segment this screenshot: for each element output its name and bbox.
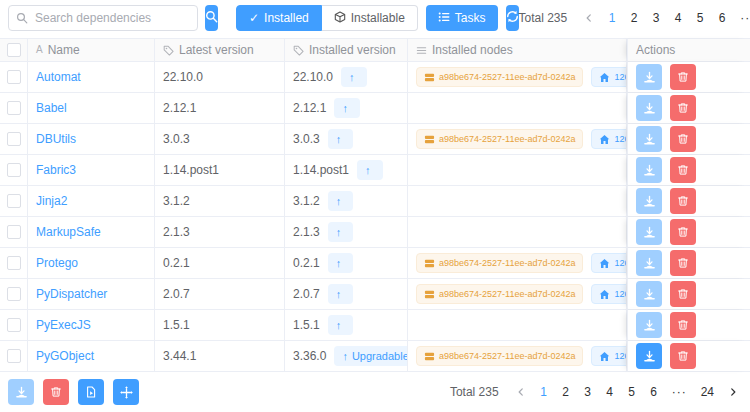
row-checkbox[interactable] — [7, 70, 21, 84]
row-checkbox[interactable] — [7, 256, 21, 270]
prev-page-button[interactable] — [578, 6, 600, 30]
install-button[interactable] — [636, 343, 662, 369]
page-button[interactable]: 4 — [668, 6, 688, 30]
installed-version-value: 1.14.post1 — [293, 163, 349, 177]
install-button[interactable] — [636, 281, 662, 307]
package-name-link[interactable]: PyDispatcher — [36, 287, 107, 301]
tasks-button[interactable]: Tasks — [426, 5, 498, 31]
install-button[interactable] — [636, 157, 662, 183]
package-name-link[interactable]: Jinja2 — [36, 194, 67, 208]
install-button[interactable] — [636, 95, 662, 121]
row-checkbox[interactable] — [7, 194, 21, 208]
row-checkbox[interactable] — [7, 349, 21, 363]
page-button[interactable]: 24 — [695, 380, 720, 404]
package-name-link[interactable]: PyGObject — [36, 349, 94, 363]
uninstall-button[interactable] — [670, 219, 696, 245]
install-button[interactable] — [636, 219, 662, 245]
installed-nodes-cell: a98be674-2527-11ee-ad7d-0242a126a3f9a-2b — [408, 62, 627, 92]
page-button[interactable]: 6 — [712, 6, 732, 30]
row-checkbox[interactable] — [7, 225, 21, 239]
upgradable-arrow-icon: ↑ — [365, 164, 371, 176]
uninstall-button[interactable] — [670, 250, 696, 276]
row-checkbox[interactable] — [7, 163, 21, 177]
page-button[interactable]: 3 — [578, 380, 598, 404]
page-button[interactable]: 4 — [600, 380, 620, 404]
prev-page-button[interactable] — [510, 380, 532, 404]
page-button[interactable]: 1 — [534, 380, 554, 404]
page-button[interactable]: 5 — [690, 6, 710, 30]
filter-installable-button[interactable]: Installable — [322, 5, 418, 31]
page-ellipsis[interactable]: ··· — [666, 380, 693, 404]
uninstall-button[interactable] — [670, 95, 696, 121]
table-row: Babel 2.12.1 2.12.1 ↑ — [0, 93, 750, 124]
row-checkbox[interactable] — [7, 132, 21, 146]
column-header-installed-nodes[interactable]: Installed nodes — [408, 39, 627, 61]
setup-move-button[interactable] — [113, 379, 139, 405]
column-header-installed-version[interactable]: Installed version — [285, 39, 408, 61]
package-name-link[interactable]: Fabric3 — [36, 163, 76, 177]
actions-cell — [627, 310, 750, 340]
install-button[interactable] — [636, 64, 662, 90]
latest-version-cell: 3.1.2 — [155, 186, 285, 216]
page-button[interactable]: 2 — [624, 6, 644, 30]
page-ellipsis[interactable]: ··· — [734, 6, 750, 30]
filter-installed-button[interactable]: ✓ Installed — [236, 5, 322, 31]
column-header-latest-version[interactable]: Latest version — [155, 39, 285, 61]
installed-version-value: 1.5.1 — [293, 318, 320, 332]
upgradable-arrow-icon: ↑ — [342, 350, 348, 362]
refresh-button[interactable] — [506, 5, 519, 31]
install-button[interactable] — [636, 250, 662, 276]
row-checkbox-cell — [0, 248, 28, 278]
name-cell: DBUtils — [28, 124, 155, 154]
package-name-link[interactable]: MarkupSafe — [36, 225, 101, 239]
page-button[interactable]: 2 — [556, 380, 576, 404]
uninstall-button[interactable] — [670, 343, 696, 369]
uninstall-button[interactable] — [670, 126, 696, 152]
name-cell: Automat — [28, 62, 155, 92]
uninstall-button[interactable] — [670, 281, 696, 307]
batch-install-button[interactable] — [8, 379, 34, 405]
package-name-link[interactable]: Automat — [36, 70, 81, 84]
installed-version-cell: 3.36.0 ↑Upgradable — [285, 341, 408, 371]
latest-version-cell: 0.2.1 — [155, 248, 285, 278]
select-all-checkbox[interactable] — [7, 43, 21, 57]
package-name-link[interactable]: DBUtils — [36, 132, 76, 146]
master-node-tag: a98be674-2527-11ee-ad7d-0242a — [416, 67, 583, 87]
row-checkbox[interactable] — [7, 101, 21, 115]
config-file-button[interactable] — [78, 379, 104, 405]
column-header-name[interactable]: A Name — [28, 39, 155, 61]
latest-version-value: 1.14.post1 — [163, 163, 219, 177]
next-page-button[interactable] — [722, 380, 744, 404]
node-tag-label: 126a3f9a-2b — [614, 134, 627, 144]
package-name-link[interactable]: Protego — [36, 256, 78, 270]
batch-delete-button[interactable] — [43, 379, 69, 405]
page-button[interactable]: 3 — [646, 6, 666, 30]
search-input[interactable] — [8, 5, 198, 31]
toolbar: ✓ Installed Installable Tasks Total 2351… — [8, 5, 745, 31]
actions-cell — [627, 217, 750, 247]
row-checkbox-cell — [0, 62, 28, 92]
package-name-link[interactable]: PyExecJS — [36, 318, 91, 332]
install-button[interactable] — [636, 312, 662, 338]
installed-version-value: 2.0.7 — [293, 287, 320, 301]
installed-nodes-cell — [408, 186, 627, 216]
column-label: Installed nodes — [432, 43, 513, 57]
uninstall-button[interactable] — [670, 64, 696, 90]
install-button[interactable] — [636, 126, 662, 152]
uninstall-button[interactable] — [670, 312, 696, 338]
uninstall-button[interactable] — [670, 157, 696, 183]
page-button[interactable]: 1 — [602, 6, 622, 30]
package-name-link[interactable]: Babel — [36, 101, 67, 115]
row-checkbox[interactable] — [7, 287, 21, 301]
home-icon — [599, 289, 610, 300]
search-button[interactable] — [205, 5, 218, 31]
uninstall-button[interactable] — [670, 188, 696, 214]
actions-cell — [627, 93, 750, 123]
page-button[interactable]: 5 — [622, 380, 642, 404]
page-button[interactable]: 6 — [644, 380, 664, 404]
node-tag-label: 126a3f9a-2b — [614, 72, 627, 82]
name-cell: Babel — [28, 93, 155, 123]
row-checkbox[interactable] — [7, 318, 21, 332]
installed-version-value: 22.10.0 — [293, 70, 333, 84]
install-button[interactable] — [636, 188, 662, 214]
